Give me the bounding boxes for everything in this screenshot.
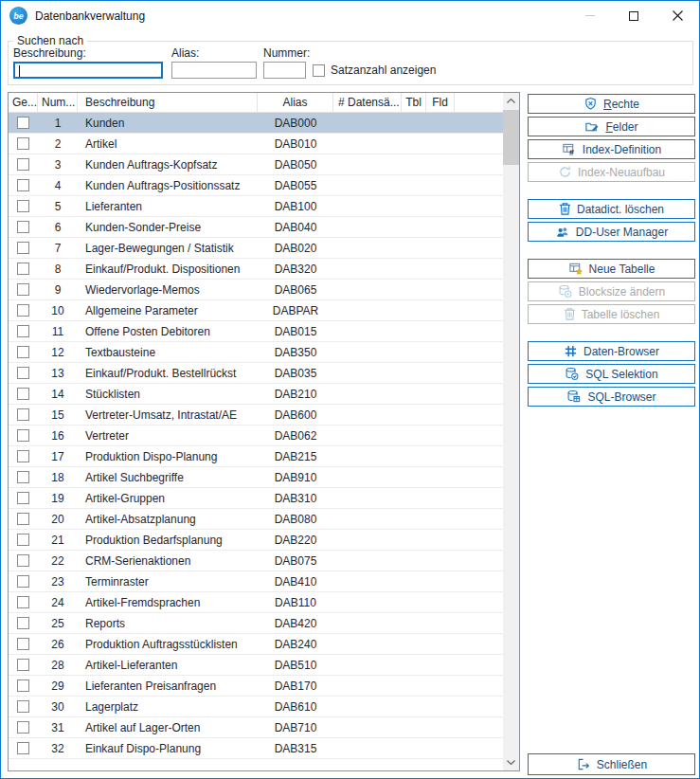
row-checkbox[interactable] bbox=[17, 596, 29, 608]
row-checkbox[interactable] bbox=[17, 325, 29, 337]
row-tbl bbox=[402, 655, 426, 675]
table-row[interactable]: 6 Kunden-Sonder-Preise DAB040 bbox=[9, 217, 503, 238]
row-checkbox[interactable] bbox=[17, 659, 29, 671]
row-alias: DAB110 bbox=[258, 592, 333, 612]
dd-user-manager-button[interactable]: DD-User Manager bbox=[528, 222, 695, 242]
index-definition-button[interactable]: #Index-Definition bbox=[528, 139, 695, 159]
row-checkbox[interactable] bbox=[17, 408, 29, 421]
row-fld bbox=[426, 342, 455, 362]
column-header-fld[interactable]: Fld bbox=[426, 93, 455, 112]
sql-browser-button[interactable]: SQL-Browser bbox=[528, 387, 695, 407]
row-checkbox[interactable] bbox=[17, 513, 29, 525]
row-tbl bbox=[402, 676, 426, 696]
table-row[interactable]: 25 Reports DAB420 bbox=[9, 613, 503, 634]
table-row[interactable]: 32 Einkauf Dispo-Planung DAB315 bbox=[9, 738, 503, 759]
column-header-tbl[interactable]: Tbl bbox=[402, 93, 426, 112]
table-row[interactable]: 12 Textbausteine DAB350 bbox=[9, 342, 503, 363]
table-row[interactable]: 3 Kunden Auftrags-Kopfsatz DAB050 bbox=[9, 154, 503, 175]
close-window-button[interactable] bbox=[655, 1, 699, 30]
table-row[interactable]: 15 Vertreter-Umsatz, Intrastat/AE DAB600 bbox=[9, 405, 503, 426]
row-checkbox[interactable] bbox=[17, 679, 29, 692]
column-header-nummer[interactable]: Num... bbox=[38, 93, 78, 112]
table-row[interactable]: 13 Einkauf/Produkt. Bestellrückst DAB035 bbox=[9, 363, 503, 384]
table-row[interactable]: 31 Artikel auf Lager-Orten DAB710 bbox=[9, 717, 503, 738]
datadict-loeschen-button[interactable]: Datadict. löschen bbox=[528, 199, 695, 219]
vertical-scrollbar[interactable] bbox=[503, 93, 519, 770]
daten-browser-button[interactable]: Daten-Browser bbox=[528, 341, 695, 361]
table-row[interactable]: 17 Produktion Dispo-Planung DAB215 bbox=[9, 446, 503, 467]
row-checkbox[interactable] bbox=[17, 117, 29, 129]
table-row[interactable]: 18 Artikel Suchbegriffe DAB910 bbox=[9, 467, 503, 488]
table-row[interactable]: 26 Produktion Auftragsstücklisten DAB240 bbox=[9, 634, 503, 655]
sql-selektion-button[interactable]: SQL Selektion bbox=[528, 364, 695, 384]
row-checkbox[interactable] bbox=[17, 721, 29, 734]
row-tbl bbox=[402, 426, 426, 445]
row-alias: DAB062 bbox=[258, 426, 333, 445]
table-row[interactable]: 29 Lieferanten Preisanfragen DAB170 bbox=[9, 676, 503, 697]
row-checkbox[interactable] bbox=[17, 742, 29, 754]
row-tbl bbox=[402, 405, 426, 425]
row-checkbox[interactable] bbox=[17, 388, 29, 400]
alias-input[interactable] bbox=[171, 62, 257, 79]
table-row[interactable]: 22 CRM-Serienaktionen DAB075 bbox=[9, 551, 503, 571]
neue-tabelle-button[interactable]: Neue Tabelle bbox=[528, 259, 695, 279]
row-checkbox[interactable] bbox=[17, 221, 29, 233]
table-row[interactable]: 24 Artikel-Fremdsprachen DAB110 bbox=[9, 592, 503, 613]
scrollbar-thumb[interactable] bbox=[503, 110, 519, 165]
table-row[interactable]: 5 Lieferanten DAB100 bbox=[9, 196, 503, 217]
column-header-geaendert[interactable]: Ge... bbox=[9, 93, 38, 112]
nummer-input[interactable] bbox=[263, 62, 306, 79]
felder-button[interactable]: Felder bbox=[528, 117, 695, 136]
table-row[interactable]: 4 Kunden Auftrags-Positionssatz DAB055 bbox=[9, 175, 503, 196]
row-checkbox[interactable] bbox=[17, 575, 29, 588]
row-checkbox[interactable] bbox=[17, 429, 29, 442]
maximize-button[interactable] bbox=[612, 1, 655, 30]
row-checkbox[interactable] bbox=[17, 304, 29, 317]
table-row[interactable]: 7 Lager-Bewegungen / Statistik DAB020 bbox=[9, 238, 503, 259]
row-checkbox[interactable] bbox=[17, 137, 29, 150]
beschreibung-input[interactable] bbox=[13, 62, 163, 79]
table-row[interactable]: 16 Vertreter DAB062 bbox=[9, 426, 503, 446]
table-row[interactable]: 19 Artikel-Gruppen DAB310 bbox=[9, 488, 503, 509]
table-row[interactable]: 9 Wiedervorlage-Memos DAB065 bbox=[9, 280, 503, 300]
text-caret bbox=[19, 65, 20, 77]
row-checkbox[interactable] bbox=[17, 638, 29, 650]
schliessen-button[interactable]: Schließen bbox=[528, 753, 695, 775]
row-number: 21 bbox=[38, 530, 78, 550]
table-row[interactable]: 21 Produktion Bedarfsplanung DAB220 bbox=[9, 530, 503, 551]
table-row[interactable]: 11 Offene Posten Debitoren DAB015 bbox=[9, 321, 503, 342]
rechte-button[interactable]: Rechte bbox=[528, 94, 695, 114]
scroll-up-icon[interactable] bbox=[503, 93, 519, 109]
table-row[interactable]: 8 Einkauf/Produkt. Dispositionen DAB320 bbox=[9, 259, 503, 280]
row-checkbox[interactable] bbox=[17, 346, 29, 358]
row-checkbox[interactable] bbox=[17, 700, 29, 713]
table-row[interactable]: 28 Artikel-Lieferanten DAB510 bbox=[9, 655, 503, 676]
table-row[interactable]: 30 Lagerplatz DAB610 bbox=[9, 697, 503, 717]
row-checkbox[interactable] bbox=[17, 534, 29, 546]
row-checkbox[interactable] bbox=[17, 283, 29, 296]
row-checkbox[interactable] bbox=[17, 242, 29, 254]
table-row[interactable]: 14 Stücklisten DAB210 bbox=[9, 384, 503, 405]
row-checkbox[interactable] bbox=[17, 263, 29, 275]
table-row[interactable]: 1 Kunden DAB000 bbox=[9, 113, 503, 134]
column-header-datensaetze[interactable]: # Datensä... bbox=[333, 93, 402, 112]
row-checkbox[interactable] bbox=[17, 200, 29, 212]
row-checkbox[interactable] bbox=[17, 617, 29, 629]
row-checkbox[interactable] bbox=[17, 554, 29, 567]
row-checkbox[interactable] bbox=[17, 492, 29, 504]
table-row[interactable]: 20 Artikel-Absatzplanung DAB080 bbox=[9, 509, 503, 530]
row-number: 18 bbox=[38, 467, 78, 487]
row-checkbox[interactable] bbox=[17, 367, 29, 379]
row-checkbox[interactable] bbox=[17, 158, 29, 171]
table-row[interactable]: 2 Artikel DAB010 bbox=[9, 134, 503, 154]
row-checkbox[interactable] bbox=[17, 471, 29, 483]
row-checkbox[interactable] bbox=[17, 450, 29, 462]
column-header-beschreibung[interactable]: Beschreibung bbox=[78, 93, 258, 112]
table-row[interactable]: 23 Terminraster DAB410 bbox=[9, 571, 503, 592]
row-alias: DAB410 bbox=[258, 571, 333, 591]
scroll-down-icon[interactable] bbox=[503, 754, 519, 770]
row-checkbox[interactable] bbox=[17, 179, 29, 191]
column-header-alias[interactable]: Alias bbox=[258, 93, 333, 112]
table-row[interactable]: 10 Allgemeine Parameter DABPAR bbox=[9, 300, 503, 321]
satzanzahl-checkbox[interactable] bbox=[313, 64, 325, 77]
